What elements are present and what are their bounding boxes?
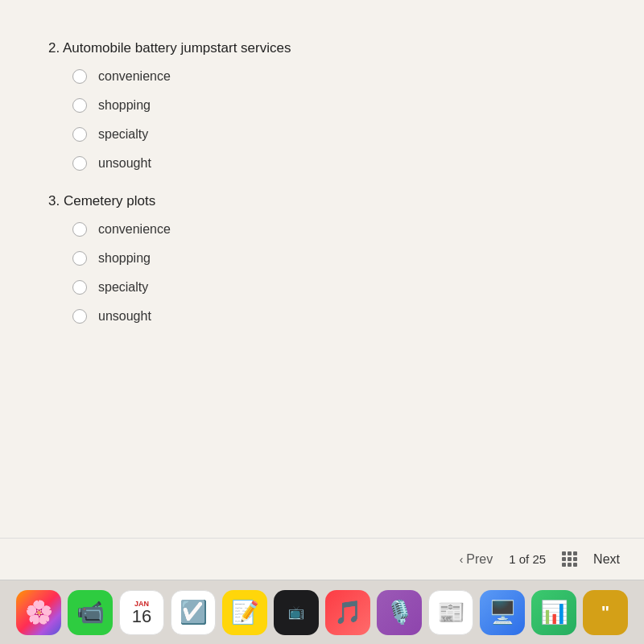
dock-keynote[interactable]: 🖥️ (480, 590, 525, 635)
q2-radio-specialty[interactable] (72, 127, 87, 142)
q3-label-shopping: shopping (98, 251, 151, 266)
dock: 🌸 📹 JAN 16 ☑️ 📝 📺 🎵 🎙️ 📰 🖥️ 📊 " (0, 580, 644, 644)
q3-label-convenience: convenience (98, 222, 171, 237)
question-3-number: 3. (48, 193, 60, 208)
prev-label: Prev (466, 552, 493, 567)
q2-radio-shopping[interactable] (72, 98, 87, 113)
question-3-title: 3. Cemetery plots (48, 193, 596, 209)
next-label: Next (593, 552, 620, 566)
question-2-options: convenience shopping specialty unsought (48, 69, 596, 171)
prev-button[interactable]: ‹ Prev (460, 552, 493, 567)
dock-calendar[interactable]: JAN 16 (119, 590, 164, 635)
q3-radio-convenience[interactable] (72, 222, 87, 237)
dock-reminders[interactable]: ☑️ (171, 590, 216, 635)
question-2-title: 2. Automobile battery jumpstart services (48, 40, 596, 56)
question-3-options: convenience shopping specialty unsought (48, 222, 596, 324)
dock-notes[interactable]: 📝 (222, 590, 267, 635)
grid-icon[interactable] (562, 551, 577, 567)
q3-option-specialty[interactable]: specialty (72, 280, 596, 295)
question-3-block: 3. Cemetery plots convenience shopping s… (48, 193, 596, 324)
dock-numbers[interactable]: 📊 (531, 590, 576, 635)
dock-photos[interactable]: 🌸 (16, 590, 61, 635)
chevron-left-icon: ‹ (460, 553, 464, 566)
q3-option-shopping[interactable]: shopping (72, 251, 596, 266)
question-2-text: Automobile battery jumpstart services (63, 40, 291, 56)
q2-label-specialty: specialty (98, 127, 148, 142)
next-button[interactable]: Next (593, 552, 620, 567)
dock-music[interactable]: 🎵 (325, 590, 370, 635)
main-content: 2. Automobile battery jumpstart services… (0, 0, 644, 580)
q2-option-convenience[interactable]: convenience (72, 69, 596, 84)
q3-option-unsought[interactable]: unsought (72, 309, 596, 324)
dock-podcasts[interactable]: 🎙️ (377, 590, 422, 635)
q2-radio-convenience[interactable] (72, 69, 87, 84)
question-3-text: Cemetery plots (64, 193, 155, 208)
q2-radio-unsought[interactable] (72, 156, 87, 171)
q3-radio-unsought[interactable] (72, 309, 87, 324)
q3-radio-specialty[interactable] (72, 280, 87, 295)
q2-label-shopping: shopping (98, 98, 151, 113)
page-info: 1 of 25 (509, 552, 546, 566)
question-2-number: 2. (48, 40, 60, 56)
nav-bar: ‹ Prev 1 of 25 Next (0, 538, 644, 580)
q3-label-unsought: unsought (98, 309, 151, 324)
q2-label-unsought: unsought (98, 156, 151, 171)
dock-quotes[interactable]: " (583, 590, 628, 635)
q3-radio-shopping[interactable] (72, 251, 87, 266)
dock-news[interactable]: 📰 (428, 590, 473, 635)
q2-option-shopping[interactable]: shopping (72, 98, 596, 113)
q3-label-specialty: specialty (98, 280, 148, 295)
calendar-day: 16 (132, 608, 151, 625)
q2-option-specialty[interactable]: specialty (72, 127, 596, 142)
q2-label-convenience: convenience (98, 69, 171, 84)
dock-facetime[interactable]: 📹 (68, 590, 113, 635)
question-2-block: 2. Automobile battery jumpstart services… (48, 40, 596, 171)
q2-option-unsought[interactable]: unsought (72, 156, 596, 171)
dock-appletv[interactable]: 📺 (274, 590, 319, 635)
questions-container: 2. Automobile battery jumpstart services… (48, 16, 596, 324)
q3-option-convenience[interactable]: convenience (72, 222, 596, 237)
